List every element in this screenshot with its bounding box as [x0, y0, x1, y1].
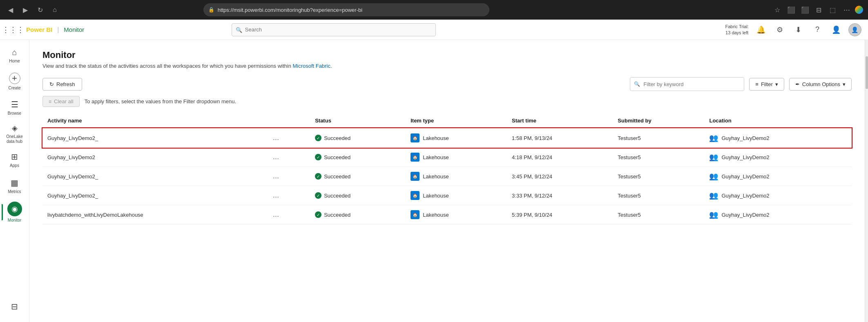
settings-button[interactable]: ⚙	[773, 23, 786, 36]
table-row[interactable]: Guyhay_LivyDemo2 … ✓ Succeeded 🏠 Lakehou…	[42, 148, 852, 167]
cell-ellipsis[interactable]: …	[266, 205, 310, 224]
item-type-text: Lakehouse	[423, 154, 449, 160]
location-text: Guyhay_LivyDemo2	[721, 193, 769, 199]
app-grid-button[interactable]: ⋮⋮⋮	[7, 23, 20, 36]
browser-cast-button[interactable]: ⬚	[827, 4, 839, 16]
location-text: Guyhay_LivyDemo2	[721, 135, 769, 141]
star-button[interactable]: ☆	[772, 4, 783, 16]
column-options-button[interactable]: ✒ Column Options ▾	[789, 78, 852, 91]
clear-bar: ≡ Clear all To apply filters, select the…	[42, 96, 852, 107]
location-icon: 👥	[709, 153, 718, 162]
header-search[interactable]: 🔍	[232, 23, 436, 36]
onelake-icon: ◈	[12, 124, 18, 133]
cell-ellipsis[interactable]: …	[266, 148, 310, 167]
cell-item-type: 🏠 Lakehouse	[406, 167, 507, 186]
cell-location: 👥 Guyhay_LivyDemo2	[704, 186, 852, 205]
column-options-chevron-icon: ▾	[843, 81, 846, 87]
sidebar-item-metrics[interactable]: ▦ Metrics	[2, 174, 28, 198]
sidebar-item-browse[interactable]: ☰ Browse	[2, 95, 28, 120]
table-row[interactable]: livybatchdemo_withLivyDemoLakehouse … ✓ …	[42, 205, 852, 224]
location-icon: 👥	[709, 191, 718, 200]
row-menu-button[interactable]: …	[270, 210, 282, 219]
cell-activity-name: Guyhay_LivyDemo2	[42, 148, 266, 167]
browser-more-button[interactable]: ⋯	[841, 4, 852, 16]
cell-start-time: 3:33 PM, 9/12/24	[507, 186, 613, 205]
sidebar: ⌂ Home + Create ☰ Browse ◈ OneLake data …	[0, 40, 29, 322]
cell-status: ✓ Succeeded	[310, 148, 406, 167]
table-row[interactable]: Guyhay_LivyDemo2_ … ✓ Succeeded 🏠 Lakeho…	[42, 128, 852, 148]
col-header-activity-name: Activity name	[42, 113, 266, 128]
help-button[interactable]: ?	[811, 23, 824, 36]
share-button[interactable]: 👤	[830, 23, 843, 36]
table-row[interactable]: Guyhay_LivyDemo2_ … ✓ Succeeded 🏠 Lakeho…	[42, 186, 852, 205]
browser-split-button[interactable]: ⊟	[813, 4, 825, 16]
download-button[interactable]: ⬇	[792, 23, 805, 36]
success-icon: ✓	[315, 173, 321, 180]
cell-status: ✓ Succeeded	[310, 167, 406, 186]
cell-location: 👥 Guyhay_LivyDemo2	[704, 128, 852, 148]
search-input[interactable]	[232, 23, 436, 36]
row-menu-button[interactable]: …	[270, 172, 282, 181]
top-header: ⋮⋮⋮ Power BI | Monitor 🔍 Fabric Trial: 1…	[0, 20, 868, 40]
location-cell: 👥 Guyhay_LivyDemo2	[709, 133, 847, 142]
clear-all-button[interactable]: ≡ Clear all	[42, 96, 80, 107]
row-menu-button[interactable]: …	[270, 153, 282, 162]
row-menu-button[interactable]: …	[270, 133, 282, 142]
clear-all-label: Clear all	[54, 98, 74, 104]
filter-button[interactable]: ≡ Filter ▾	[749, 78, 784, 91]
cell-ellipsis[interactable]: …	[266, 186, 310, 205]
item-type-text: Lakehouse	[423, 173, 449, 180]
sidebar-item-workspaces[interactable]: ⊟	[2, 294, 28, 319]
lakehouse-icon: 🏠	[411, 133, 419, 142]
success-icon: ✓	[315, 154, 321, 160]
status-text: Succeeded	[324, 135, 350, 141]
cell-start-time: 4:18 PM, 9/12/24	[507, 148, 613, 167]
sidebar-item-browse-label: Browse	[8, 111, 21, 116]
item-type-cell: 🏠 Lakehouse	[411, 172, 502, 181]
cell-item-type: 🏠 Lakehouse	[406, 205, 507, 224]
item-type-cell: 🏠 Lakehouse	[411, 153, 502, 162]
cell-item-type: 🏠 Lakehouse	[406, 148, 507, 167]
notification-button[interactable]: 🔔	[754, 23, 768, 36]
brand-powerbi-label: Power BI	[26, 26, 52, 33]
cell-submitted-by: Testuser5	[613, 128, 704, 148]
filter-keyword-input[interactable]	[630, 77, 744, 91]
microsoft-fabric-link[interactable]: Microsoft Fabric	[293, 63, 330, 69]
cell-status: ✓ Succeeded	[310, 128, 406, 148]
cell-ellipsis[interactable]: …	[266, 167, 310, 186]
location-cell: 👥 Guyhay_LivyDemo2	[709, 191, 847, 200]
refresh-button[interactable]: ↻ Refresh	[42, 78, 82, 91]
refresh-icon: ↻	[49, 81, 54, 87]
table-row[interactable]: Guyhay_LivyDemo2_ … ✓ Succeeded 🏠 Lakeho…	[42, 167, 852, 186]
back-button[interactable]: ◀	[5, 4, 16, 16]
refresh-browser-button[interactable]: ↻	[34, 4, 46, 16]
sidebar-item-create[interactable]: + Create	[2, 69, 28, 94]
forward-button[interactable]: ▶	[20, 4, 31, 16]
status-text: Succeeded	[324, 154, 350, 160]
cell-activity-name: Guyhay_LivyDemo2_	[42, 128, 266, 148]
status-text: Succeeded	[324, 212, 350, 218]
cell-ellipsis[interactable]: …	[266, 128, 310, 148]
sidebar-item-apps[interactable]: ⊞ Apps	[2, 148, 28, 172]
cell-item-type: 🏠 Lakehouse	[406, 128, 507, 148]
item-type-text: Lakehouse	[423, 193, 449, 199]
location-cell: 👥 Guyhay_LivyDemo2	[709, 210, 847, 219]
sidebar-item-monitor[interactable]: ◉ Monitor	[2, 200, 28, 224]
sidebar-item-home[interactable]: ⌂ Home	[2, 43, 28, 68]
item-type-text: Lakehouse	[423, 135, 449, 141]
browser-ext1-button[interactable]: ⬛	[785, 4, 797, 16]
status-badge: ✓ Succeeded	[315, 154, 401, 160]
sidebar-item-onelake[interactable]: ◈ OneLake data hub	[2, 122, 28, 146]
row-menu-button[interactable]: …	[270, 191, 282, 200]
browser-ext2-button[interactable]: ⬛	[799, 4, 811, 16]
col-header-location: Location	[704, 113, 852, 128]
cell-location: 👥 Guyhay_LivyDemo2	[704, 148, 852, 167]
cell-status: ✓ Succeeded	[310, 205, 406, 224]
lakehouse-icon: 🏠	[411, 210, 419, 219]
status-text: Succeeded	[324, 193, 350, 199]
user-avatar[interactable]: 👤	[848, 23, 861, 36]
filter-chevron-icon: ▾	[775, 81, 778, 87]
scroll-thumb[interactable]	[866, 56, 868, 89]
address-bar[interactable]: 🔒 https://msit.powerbi.com/monitoringhub…	[203, 3, 489, 16]
home-browser-button[interactable]: ⌂	[49, 4, 60, 16]
